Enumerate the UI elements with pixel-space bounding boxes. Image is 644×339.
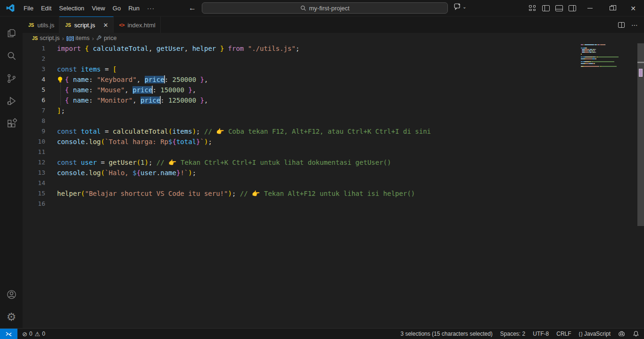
breadcrumb-symbol-price[interactable]: price <box>96 35 116 41</box>
notifications-bell-icon[interactable] <box>633 331 639 337</box>
copilot-button[interactable]: ⌄ <box>454 3 466 10</box>
breadcrumb-file[interactable]: JS script.js <box>32 35 60 41</box>
breadcrumb-separator: › <box>62 35 64 42</box>
nav-back-icon[interactable]: ← <box>189 4 196 12</box>
minimize-button[interactable] <box>579 0 601 16</box>
tab-script-js[interactable]: JS script.js ✕ <box>59 16 113 33</box>
close-button[interactable]: ✕ <box>622 0 644 16</box>
close-icon: ✕ <box>630 5 636 12</box>
run-debug-icon[interactable] <box>0 89 23 112</box>
braces-icon: { } <box>579 331 582 337</box>
code-line[interactable]: 3const items = [ <box>23 64 644 74</box>
chevron-down-icon: ⌄ <box>462 4 466 9</box>
code-line[interactable]: 4 { name: "Keyboard", price: 250000 }, <box>23 74 644 85</box>
toggle-sidebar-icon[interactable] <box>542 5 550 11</box>
line-number: 7 <box>23 105 57 116</box>
line-number: 12 <box>23 157 57 168</box>
explorer-icon[interactable] <box>0 22 23 44</box>
line-number: 16 <box>23 199 57 209</box>
menu-more[interactable]: ··· <box>143 3 158 14</box>
menu-run[interactable]: Run <box>124 3 143 14</box>
toggle-secondary-sidebar-icon[interactable] <box>569 5 576 11</box>
line-number: 8 <box>23 116 57 126</box>
code-line[interactable]: 6 { name: "Monitor", price: 1250000 }, <box>23 95 644 105</box>
copilot-chat-icon <box>454 3 461 10</box>
errors-indicator[interactable]: ⊘ 0 <box>22 331 33 338</box>
source-control-icon[interactable] <box>0 67 23 89</box>
selection-info[interactable]: 3 selections (15 characters selected) <box>400 331 492 337</box>
tab-label: index.html <box>127 22 155 29</box>
title-bar: File Edit Selection View Go Run ··· ← → … <box>0 0 644 16</box>
remote-indicator[interactable] <box>0 329 17 339</box>
code-line[interactable]: 15helper("Belajar shortcut VS Code itu s… <box>23 188 644 199</box>
more-actions-icon[interactable]: ⋯ <box>631 21 638 29</box>
code-lines: 1import { calculateTotal, getUser, helpe… <box>23 43 644 209</box>
remote-icon <box>5 331 12 338</box>
language-mode-indicator[interactable]: { } JavaScript <box>579 331 611 337</box>
code-line[interactable]: 1import { calculateTotal, getUser, helpe… <box>23 43 644 54</box>
warnings-indicator[interactable]: ⚠ 0 <box>35 331 45 338</box>
indentation-indicator[interactable]: Spaces: 2 <box>500 331 525 337</box>
line-number: 13 <box>23 168 57 178</box>
line-content: ]; <box>57 105 65 116</box>
breadcrumb: JS script.js › [@] items › price <box>23 33 644 43</box>
code-line[interactable]: 13console.log(`Halo, ${user.name}!`); <box>23 168 644 178</box>
tab-label: utils.js <box>37 22 54 29</box>
line-content: const items = [ <box>57 64 116 74</box>
code-line[interactable]: 8 <box>23 116 644 126</box>
tab-close-icon[interactable]: ✕ <box>103 22 108 29</box>
code-line[interactable]: 9const total = calculateTotal(items); //… <box>23 126 644 137</box>
menu-view[interactable]: View <box>88 3 109 14</box>
customize-layout-icon[interactable] <box>529 5 537 12</box>
eol-indicator[interactable]: CRLF <box>556 331 571 337</box>
extensions-icon[interactable] <box>0 112 23 135</box>
code-line[interactable]: 7]; <box>23 105 644 116</box>
toggle-panel-icon[interactable] <box>555 5 563 11</box>
encoding-indicator[interactable]: UTF-8 <box>533 331 549 337</box>
status-bar: ⊘ 0 ⚠ 0 3 selections (15 characters sele… <box>0 328 644 339</box>
copilot-status-icon[interactable] <box>618 331 625 338</box>
editor-group: JS utils.js JS script.js ✕ <> index.html… <box>23 16 644 328</box>
code-line[interactable]: 2 <box>23 54 644 64</box>
tab-bar: JS utils.js JS script.js ✕ <> index.html… <box>23 16 644 33</box>
account-icon[interactable] <box>0 283 23 306</box>
code-line[interactable]: 10console.log(`Total harga: Rp${total}`)… <box>23 137 644 147</box>
restore-button[interactable] <box>601 0 622 16</box>
menu-file[interactable]: File <box>20 3 37 14</box>
minimap[interactable] <box>581 44 634 69</box>
breadcrumb-separator: › <box>92 35 94 42</box>
settings-gear-icon[interactable]: ⚙ <box>0 306 23 328</box>
line-number: 6 <box>23 95 57 105</box>
menu-go[interactable]: Go <box>109 3 124 14</box>
line-content: const total = calculateTotal(items); // … <box>57 126 431 137</box>
line-number: 14 <box>23 178 57 188</box>
menu-selection[interactable]: Selection <box>55 3 88 14</box>
split-editor-icon[interactable] <box>618 22 625 28</box>
search-icon <box>300 5 306 11</box>
code-line[interactable]: 11 <box>23 147 644 157</box>
menu-edit[interactable]: Edit <box>37 3 55 14</box>
line-number: 3 <box>23 64 57 74</box>
line-content: { name: "Keyboard", price: 250000 }, <box>57 74 208 85</box>
line-number: 15 <box>23 188 57 199</box>
tab-utils-js[interactable]: JS utils.js <box>23 16 59 33</box>
code-line[interactable]: 12const user = getUser(1); // 👉 Tekan Ct… <box>23 157 644 168</box>
symbol-array-icon: [@] <box>66 35 74 41</box>
search-sidebar-icon[interactable] <box>0 44 23 67</box>
line-number: 5 <box>23 85 57 95</box>
breadcrumb-symbol-items[interactable]: [@] items <box>66 35 90 41</box>
line-number: 4 <box>23 74 57 85</box>
line-content: const user = getUser(1); // 👉 Tekan Ctrl… <box>57 157 391 168</box>
code-line[interactable]: 14 <box>23 178 644 188</box>
tab-index-html[interactable]: <> index.html <box>114 16 161 33</box>
code-line[interactable]: 5 { name: "Mouse", price: 150000 }, <box>23 85 644 95</box>
lightbulb-icon[interactable] <box>58 77 62 81</box>
line-content: helper("Belajar shortcut VS Code itu ser… <box>57 188 415 199</box>
line-number: 10 <box>23 137 57 147</box>
code-editor[interactable]: 1import { calculateTotal, getUser, helpe… <box>23 43 644 328</box>
command-center-search[interactable]: my-first-project <box>202 2 448 14</box>
line-content: { name: "Mouse", price: 150000 }, <box>57 85 196 95</box>
code-line[interactable]: 16 <box>23 199 644 209</box>
html-file-icon: <> <box>119 22 124 28</box>
line-number: 11 <box>23 147 57 157</box>
